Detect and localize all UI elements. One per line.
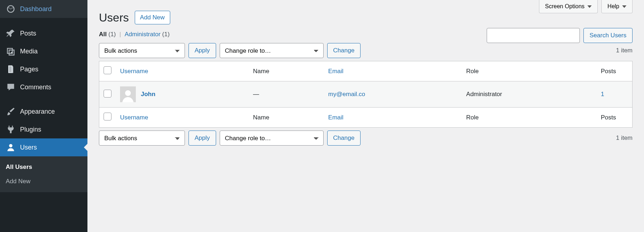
plug-icon: [6, 125, 16, 134]
row-checkbox[interactable]: [104, 90, 111, 98]
cell-role: Administrator: [462, 81, 597, 108]
caret-down-icon: [622, 5, 626, 8]
col-name: Name: [249, 61, 324, 81]
avatar: [120, 86, 136, 102]
dashboard-icon: [6, 5, 16, 13]
sidebar-item-label: Posts: [20, 30, 36, 37]
add-new-button[interactable]: Add New: [135, 11, 170, 24]
submenu-item-all-users[interactable]: All Users: [0, 160, 87, 174]
col-name-foot: Name: [249, 108, 324, 128]
media-icon: [6, 47, 16, 56]
col-email[interactable]: Email: [324, 61, 462, 81]
col-username-foot[interactable]: Username: [116, 108, 249, 128]
col-role: Role: [462, 61, 597, 81]
sidebar-item-label: Users: [20, 144, 37, 151]
sidebar-item-label: Plugins: [20, 126, 41, 133]
cell-name: —: [249, 81, 324, 108]
brush-icon: [6, 107, 16, 116]
admin-sidebar: Dashboard Posts Media Pages Comments App…: [0, 0, 87, 232]
search-input[interactable]: [487, 28, 580, 43]
table-footer-row: Username Name Email Role Posts: [99, 108, 633, 128]
comment-icon: [6, 83, 16, 91]
sidebar-submenu: All Users Add New: [0, 156, 87, 192]
tablenav-bottom: Bulk actions Apply Change role to… Chang…: [99, 131, 633, 146]
user-icon: [6, 143, 16, 152]
sidebar-item-plugins[interactable]: Plugins: [0, 120, 87, 138]
pin-icon: [6, 29, 16, 38]
sidebar-item-label: Comments: [20, 84, 51, 91]
separator: |: [119, 31, 121, 38]
change-role-select-bottom[interactable]: Change role to…: [220, 131, 324, 146]
caret-down-icon: [587, 5, 592, 8]
sidebar-item-users[interactable]: Users: [0, 138, 87, 156]
sidebar-item-appearance[interactable]: Appearance: [0, 103, 87, 120]
sidebar-item-posts[interactable]: Posts: [0, 24, 87, 42]
select-all-checkbox-top[interactable]: [104, 66, 111, 74]
apply-button-top[interactable]: Apply: [189, 43, 216, 58]
col-email-foot[interactable]: Email: [324, 108, 462, 128]
sidebar-item-label: Pages: [20, 66, 38, 73]
top-tabs: Screen Options Help: [539, 0, 633, 13]
sidebar-item-label: Media: [20, 48, 38, 55]
sidebar-item-comments[interactable]: Comments: [0, 78, 87, 96]
sidebar-item-dashboard[interactable]: Dashboard: [0, 0, 87, 18]
sidebar-item-label: Dashboard: [20, 5, 52, 13]
pages-icon: [6, 65, 16, 74]
posts-link[interactable]: 1: [601, 91, 604, 98]
screen-options-label: Screen Options: [545, 3, 585, 10]
screen-options-button[interactable]: Screen Options: [539, 0, 598, 13]
page-title: Users: [99, 11, 129, 24]
sidebar-item-label: Appearance: [20, 108, 55, 115]
tablenav-top: Bulk actions Apply Change role to… Chang…: [99, 43, 633, 58]
username-link[interactable]: John: [141, 91, 156, 98]
sidebar-item-pages[interactable]: Pages: [0, 60, 87, 78]
table-row: John — my@email.co Administrator 1: [99, 81, 633, 108]
bulk-actions-select-bottom[interactable]: Bulk actions: [99, 131, 185, 146]
col-username[interactable]: Username: [116, 61, 249, 81]
items-count-top: 1 item: [616, 47, 633, 54]
help-label: Help: [607, 3, 619, 10]
col-posts-foot: Posts: [597, 108, 633, 128]
change-role-select-top[interactable]: Change role to…: [220, 43, 324, 58]
col-posts: Posts: [597, 61, 633, 81]
items-count-bottom: 1 item: [616, 134, 633, 142]
email-link[interactable]: my@email.co: [328, 91, 365, 98]
change-button-bottom[interactable]: Change: [327, 131, 361, 146]
search-box: Search Users: [487, 28, 633, 43]
search-users-button[interactable]: Search Users: [583, 28, 633, 43]
main-content: Screen Options Help Users Add New All (1…: [87, 0, 644, 232]
filter-admin-count: (1): [162, 31, 170, 38]
apply-button-bottom[interactable]: Apply: [189, 131, 216, 146]
submenu-item-add-new[interactable]: Add New: [0, 174, 87, 189]
svg-point-1: [9, 144, 12, 147]
filter-all[interactable]: All (1): [99, 31, 116, 38]
filter-all-count: (1): [108, 31, 116, 38]
table-header-row: Username Name Email Role Posts: [99, 61, 633, 81]
sidebar-item-media[interactable]: Media: [0, 42, 87, 60]
col-role-foot: Role: [462, 108, 597, 128]
bulk-actions-select-top[interactable]: Bulk actions: [99, 43, 185, 58]
svg-point-2: [125, 90, 131, 96]
filter-admin-label: Administrator: [125, 31, 161, 38]
change-button-top[interactable]: Change: [327, 43, 361, 58]
select-all-checkbox-bottom[interactable]: [104, 113, 111, 120]
filter-all-label: All: [99, 31, 107, 38]
users-table: Username Name Email Role Posts John: [99, 61, 633, 128]
help-button[interactable]: Help: [601, 0, 633, 13]
filter-administrator[interactable]: Administrator (1): [125, 31, 170, 38]
svg-point-0: [11, 52, 13, 53]
